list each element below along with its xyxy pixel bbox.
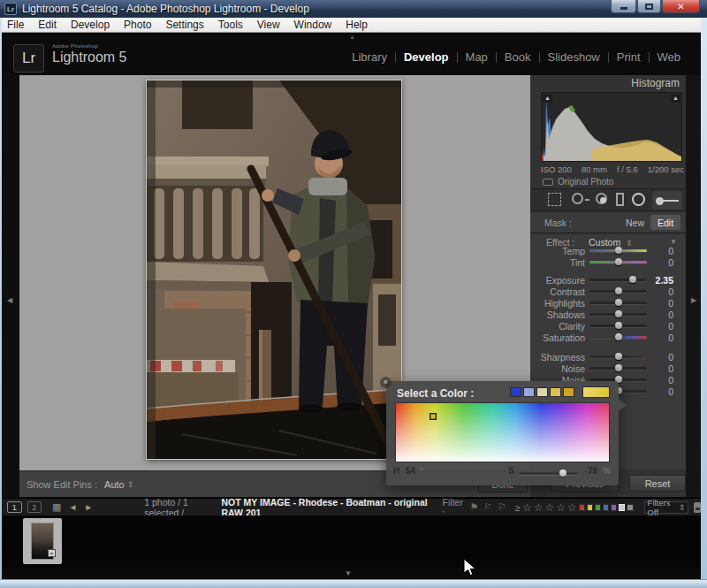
label-gray-chip[interactable] xyxy=(627,504,633,511)
module-book[interactable]: Book xyxy=(497,50,539,64)
picker-close-icon[interactable]: × xyxy=(380,377,392,388)
next-photo-icon[interactable]: ► xyxy=(84,502,93,512)
slider-knob[interactable] xyxy=(615,310,622,317)
label-purple-chip[interactable] xyxy=(611,504,617,511)
slider-knob[interactable] xyxy=(615,364,622,371)
label-blue-chip[interactable] xyxy=(603,504,609,511)
saturation-slider[interactable] xyxy=(589,336,647,339)
exposure-slider[interactable] xyxy=(589,279,647,281)
preset-swatch-lavender[interactable] xyxy=(523,387,535,397)
previous-photo-icon[interactable]: ◄ xyxy=(68,502,77,512)
color-selection-marker[interactable] xyxy=(430,413,437,420)
filmstrip-cell-selected[interactable]: ≠ xyxy=(23,518,62,564)
original-photo-checkbox[interactable] xyxy=(543,179,553,186)
flag-pick-icon[interactable]: ⚑ xyxy=(469,501,478,513)
filters-off-dropdown[interactable]: Filters Off ⇕ xyxy=(644,501,689,514)
slider-knob[interactable] xyxy=(615,258,622,265)
module-library[interactable]: Library xyxy=(344,50,395,64)
adjustment-badge-icon[interactable]: ≠ xyxy=(48,549,56,557)
color-picker-popup[interactable]: × Select a Color : H 54 ° S 78 % xyxy=(386,381,619,485)
star-2-icon[interactable]: ☆ xyxy=(534,501,544,514)
slider-knob[interactable] xyxy=(615,333,622,340)
red-eye-icon[interactable] xyxy=(596,193,607,204)
rating-gte-icon[interactable]: ≥ xyxy=(515,502,521,513)
menu-tools[interactable]: Tools xyxy=(211,19,250,31)
current-color-swatch[interactable] xyxy=(582,386,610,398)
flag-unflagged-icon[interactable]: ⚐ xyxy=(483,501,492,513)
filmstrip-thumbnail[interactable]: ≠ xyxy=(31,523,54,560)
label-white-chip[interactable] xyxy=(619,504,625,511)
shadow-clip-icon[interactable]: ▲ xyxy=(543,94,552,103)
shadows-slider[interactable] xyxy=(589,313,647,316)
label-green-chip[interactable] xyxy=(595,504,601,511)
star-4-icon[interactable]: ☆ xyxy=(556,501,566,514)
preset-swatch-amber[interactable] xyxy=(563,387,574,397)
show-edit-pins-value[interactable]: Auto xyxy=(104,479,125,490)
menu-photo[interactable]: Photo xyxy=(117,19,158,31)
grid-view-icon[interactable]: ▦ xyxy=(52,501,61,513)
filter-switch-icon[interactable] xyxy=(694,502,701,513)
slider-knob[interactable] xyxy=(559,470,566,477)
module-slideshow[interactable]: Slideshow xyxy=(540,50,608,64)
menu-file[interactable]: File xyxy=(0,19,31,31)
preset-swatch-blue[interactable] xyxy=(510,387,521,397)
slider-knob[interactable] xyxy=(615,247,622,254)
preset-swatch-gold[interactable] xyxy=(550,387,561,397)
menu-window[interactable]: Window xyxy=(287,19,339,31)
slider-knob[interactable] xyxy=(615,353,622,360)
highlight-clip-icon[interactable]: ▲ xyxy=(671,94,680,103)
maximize-button[interactable] xyxy=(637,0,661,13)
module-print[interactable]: Print xyxy=(609,50,649,64)
mask-edit-button[interactable]: Edit xyxy=(650,215,680,230)
module-develop[interactable]: Develop xyxy=(396,50,457,64)
second-window-button[interactable]: 2 xyxy=(27,501,42,513)
close-button[interactable]: ✕ xyxy=(662,0,700,13)
module-web[interactable]: Web xyxy=(650,50,689,64)
menu-develop[interactable]: Develop xyxy=(64,19,117,31)
slider-knob[interactable] xyxy=(615,299,622,306)
module-map[interactable]: Map xyxy=(458,50,496,64)
color-gradient-field[interactable] xyxy=(395,402,610,462)
main-window-button[interactable]: 1 xyxy=(7,501,22,513)
original-photo-row[interactable]: Original Photo xyxy=(543,177,613,187)
noise-slider[interactable] xyxy=(589,367,647,370)
left-panel-expand-icon[interactable]: ◀ xyxy=(7,296,12,304)
slider-knob[interactable] xyxy=(615,322,622,329)
menu-settings[interactable]: Settings xyxy=(158,19,210,31)
flag-reject-icon[interactable]: ⚐ xyxy=(498,501,506,513)
slider-knob[interactable] xyxy=(615,287,622,294)
star-1-icon[interactable]: ☆ xyxy=(522,501,532,514)
mask-new-button[interactable]: New xyxy=(626,218,644,228)
spot-removal-icon[interactable] xyxy=(572,193,583,204)
tint-slider[interactable] xyxy=(589,261,647,263)
crop-tool-icon[interactable] xyxy=(548,193,561,206)
menu-view[interactable]: View xyxy=(250,19,287,31)
reset-button[interactable]: Reset xyxy=(629,475,686,492)
preset-swatch-cream[interactable] xyxy=(536,387,548,397)
minimize-button[interactable] xyxy=(611,0,636,13)
adjustment-brush-icon[interactable] xyxy=(656,197,664,205)
radial-filter-icon[interactable] xyxy=(632,193,645,206)
star-3-icon[interactable]: ☆ xyxy=(544,501,554,514)
right-panel-collapse-icon[interactable]: ▶ xyxy=(691,296,696,304)
contrast-slider[interactable] xyxy=(589,290,647,293)
photo-gondolier[interactable] xyxy=(146,80,402,460)
label-yellow-chip[interactable] xyxy=(587,504,593,511)
highlights-slider[interactable] xyxy=(589,302,647,304)
window-titlebar[interactable]: Lr Lightroom 5 Catalog - Adobe Photoshop… xyxy=(0,0,707,18)
menu-help[interactable]: Help xyxy=(338,19,375,31)
graduated-filter-icon[interactable] xyxy=(616,193,624,206)
star-5-icon[interactable]: ☆ xyxy=(567,501,577,514)
histogram-chart[interactable]: ▲ ▲ xyxy=(541,92,682,162)
top-panel-collapse-icon[interactable]: ▲ xyxy=(349,34,355,40)
slider-knob[interactable] xyxy=(629,276,636,283)
left-panel-collapsed[interactable]: ◀ xyxy=(2,75,19,497)
label-red-chip[interactable] xyxy=(579,504,585,511)
menu-edit[interactable]: Edit xyxy=(31,19,64,31)
filmstrip-collapse-icon[interactable]: ▼ xyxy=(345,569,352,577)
temp-slider[interactable] xyxy=(589,249,647,252)
sharpness-slider[interactable] xyxy=(589,355,647,358)
picker-saturation-slider[interactable] xyxy=(519,472,577,475)
clarity-slider[interactable] xyxy=(589,325,647,327)
effect-collapse-icon[interactable]: ▼ xyxy=(670,238,677,246)
